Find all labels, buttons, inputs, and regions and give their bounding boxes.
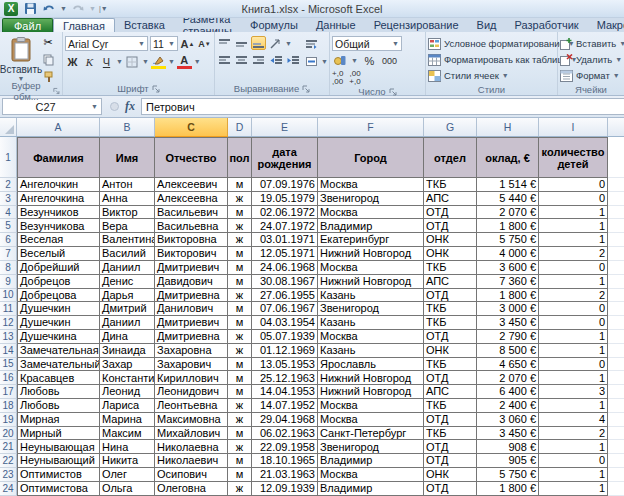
underline-dropdown-icon[interactable]: ▼ (116, 58, 123, 65)
cell-G21[interactable]: ОТД (424, 440, 477, 454)
align-middle-icon[interactable] (234, 36, 249, 50)
cell-D5[interactable]: ж (228, 219, 252, 233)
cell-F15[interactable]: Ярославль (318, 358, 424, 372)
cell-E1[interactable]: дата рождения (252, 137, 318, 178)
cell-A24[interactable]: Оптимистова (17, 482, 100, 496)
cell-D14[interactable]: ж (228, 344, 252, 358)
cell-G14[interactable]: ОНК (424, 344, 477, 358)
cell-B10[interactable]: Дарья (100, 289, 155, 303)
cell-I4[interactable]: 1 (539, 206, 608, 220)
cell-E14[interactable]: 01.12.1969 (252, 344, 318, 358)
cell-C5[interactable]: Васильевна (155, 219, 228, 233)
undo-dropdown-icon[interactable]: ▼ (60, 5, 67, 12)
row-header-14[interactable]: 14 (0, 344, 17, 358)
cell-H4[interactable]: 2 070 € (477, 206, 539, 220)
cell-A17[interactable]: Любовь (17, 385, 100, 399)
cell-H19[interactable]: 3 060 € (477, 413, 539, 427)
cell-D10[interactable]: ж (228, 289, 252, 303)
cell-F20[interactable]: Санкт-Петербург (318, 427, 424, 441)
cut-icon[interactable]: ✂ (40, 35, 56, 50)
cell-C21[interactable]: Николаевна (155, 440, 228, 454)
cell-D20[interactable]: м (228, 427, 252, 441)
cell-D19[interactable]: ж (228, 413, 252, 427)
increase-indent-icon[interactable] (285, 53, 300, 67)
cell-E11[interactable]: 07.06.1967 (252, 302, 318, 316)
copy-icon[interactable] (40, 52, 56, 67)
cell-I17[interactable]: 3 (539, 385, 608, 399)
cell-H22[interactable]: 905 € (477, 454, 539, 468)
row-header-1[interactable]: 1 (0, 137, 17, 178)
cell-B8[interactable]: Даниил (100, 261, 155, 275)
cell-I19[interactable]: 4 (539, 413, 608, 427)
cell-A15[interactable]: Замечательный (17, 358, 100, 372)
row-header-17[interactable]: 17 (0, 385, 17, 399)
cell-I11[interactable]: 0 (539, 302, 608, 316)
row-header-18[interactable]: 18 (0, 399, 17, 413)
cell-F2[interactable]: Москва (318, 178, 424, 192)
cell-I3[interactable]: 0 (539, 192, 608, 206)
accounting-format-icon[interactable] (332, 54, 347, 68)
cell-H1[interactable]: оклад, € (477, 137, 539, 178)
font-color-dropdown-icon[interactable]: ▼ (194, 58, 201, 65)
cell-D12[interactable]: м (228, 316, 252, 330)
cell-H13[interactable]: 2 790 € (477, 330, 539, 344)
cell-B24[interactable]: Ольга (100, 482, 155, 496)
col-header-C[interactable]: C (155, 118, 228, 137)
cell-C23[interactable]: Осипович (155, 468, 228, 482)
cell-I23[interactable]: 1 (539, 468, 608, 482)
col-header-I[interactable]: I (539, 118, 608, 136)
row-header-23[interactable]: 23 (0, 468, 17, 482)
cell-E18[interactable]: 14.07.1952 (252, 399, 318, 413)
cell-C20[interactable]: Михайлович (155, 427, 228, 441)
cell-B3[interactable]: Анна (100, 192, 155, 206)
cell-H9[interactable]: 7 360 € (477, 275, 539, 289)
cell-A12[interactable]: Душечкин (17, 316, 100, 330)
cell-A18[interactable]: Любовь (17, 399, 100, 413)
cell-H3[interactable]: 5 440 € (477, 192, 539, 206)
tab-insert[interactable]: Вставка (115, 18, 174, 32)
cell-E5[interactable]: 24.07.1972 (252, 219, 318, 233)
cell-D23[interactable]: м (228, 468, 252, 482)
cell-I18[interactable]: 1 (539, 399, 608, 413)
cell-H21[interactable]: 908 € (477, 440, 539, 454)
paste-button[interactable]: Вставить ▼ (2, 34, 40, 84)
cell-C22[interactable]: Николаевич (155, 454, 228, 468)
cell-B22[interactable]: Никита (100, 454, 155, 468)
cell-F21[interactable]: Звенигород (318, 440, 424, 454)
insert-cells-dropdown-icon[interactable]: ▼ (619, 40, 624, 47)
cell-C24[interactable]: Олеговна (155, 482, 228, 496)
cell-G16[interactable]: ОТД (424, 371, 477, 385)
cell-E17[interactable]: 14.04.1953 (252, 385, 318, 399)
cell-E23[interactable]: 21.03.1963 (252, 468, 318, 482)
cell-B7[interactable]: Василий (100, 247, 155, 261)
grow-font-icon[interactable]: A▲ (180, 36, 195, 51)
number-format-combo[interactable]: Общий▼ (332, 36, 402, 51)
cell-A7[interactable]: Веселый (17, 247, 100, 261)
cell-E22[interactable]: 18.10.1965 (252, 454, 318, 468)
cell-G3[interactable]: АПС (424, 192, 477, 206)
cell-H10[interactable]: 1 800 € (477, 289, 539, 303)
comma-style-button[interactable]: 000 (381, 53, 398, 68)
redo-icon[interactable] (70, 1, 86, 16)
cell-A6[interactable]: Веселая (17, 233, 100, 247)
borders-dropdown-icon[interactable]: ▼ (142, 58, 149, 65)
row-header-4[interactable]: 4 (0, 206, 17, 220)
number-dialog-launcher-icon[interactable] (389, 88, 397, 96)
cell-A10[interactable]: Добрецова (17, 289, 100, 303)
cell-A20[interactable]: Мирный (17, 427, 100, 441)
row-header-8[interactable]: 8 (0, 261, 17, 275)
cell-H12[interactable]: 3 450 € (477, 316, 539, 330)
cell-H17[interactable]: 6 400 € (477, 385, 539, 399)
font-name-combo[interactable]: Arial Cyr▼ (65, 36, 148, 51)
underline-button[interactable]: Ч (99, 54, 114, 69)
align-bottom-icon[interactable] (251, 36, 266, 50)
cell-G17[interactable]: АПС (424, 385, 477, 399)
cell-G19[interactable]: ОТД (424, 413, 477, 427)
cell-F9[interactable]: Нижний Новгород (318, 275, 424, 289)
cell-B1[interactable]: Имя (100, 137, 155, 178)
tab-view[interactable]: Вид (468, 18, 506, 32)
row-header-10[interactable]: 10 (0, 289, 17, 303)
cell-B16[interactable]: Константин (100, 371, 155, 385)
cell-D6[interactable]: ж (228, 233, 252, 247)
tab-developer[interactable]: Разработчик (506, 18, 588, 32)
